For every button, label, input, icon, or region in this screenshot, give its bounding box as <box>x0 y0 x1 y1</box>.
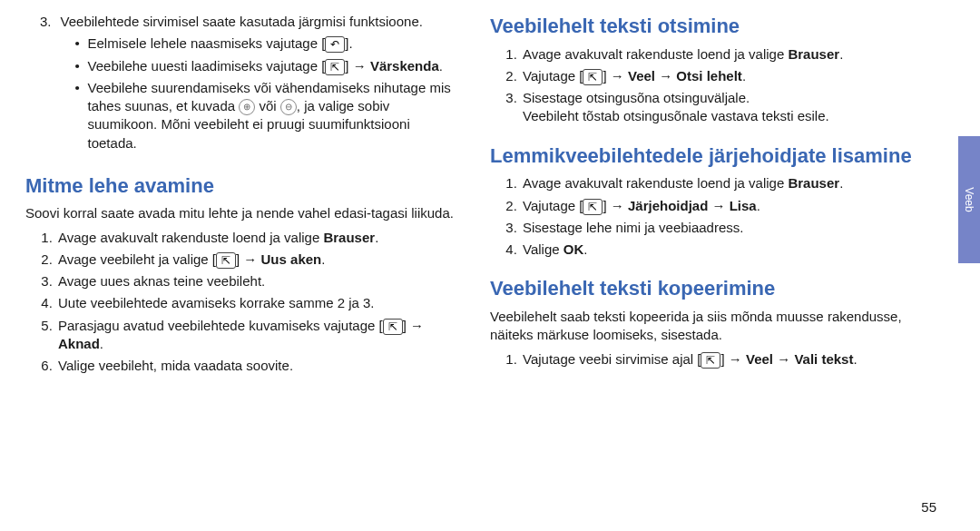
left-column: 3. Veebilehtede sirvimisel saate kasutad… <box>25 13 454 380</box>
step-number: 3. <box>40 13 52 156</box>
heading-search-text: Veebilehelt teksti otsimine <box>490 13 918 40</box>
open-step1: Avage avakuvalt rakenduste loend ja vali… <box>56 229 454 247</box>
side-tab-label: Veeb <box>963 187 975 211</box>
menu-icon: ⇱ <box>701 352 720 369</box>
open-step3: Avage uues aknas teine veebileht. <box>56 272 454 290</box>
copy-step1: Vajutage veebi sirvimise ajal [⇱] → Veel… <box>521 350 918 369</box>
open-step4: Uute veebilehtede avamiseks korrake samm… <box>56 294 454 312</box>
bookmark-step3: Sisestage lehe nimi ja veebiaadress. <box>521 219 918 237</box>
open-step2: Avage veebileht ja valige [⇱] → Uus aken… <box>56 251 454 269</box>
menu-icon: ⇱ <box>583 69 603 85</box>
zoom-out-icon: ⊖ <box>280 99 297 115</box>
bookmark-step2: Vajutage [⇱] → Järjehoidjad → Lisa. <box>521 197 918 215</box>
side-tab: Veeb <box>958 136 980 263</box>
open-step6: Valige veebileht, mida vaadata soovite. <box>56 357 454 375</box>
menu-icon: ⇱ <box>383 319 403 335</box>
page-number: 55 <box>921 499 936 515</box>
open-multiple-intro: Soovi korral saate avada mitu lehte ja n… <box>25 204 454 222</box>
bullet-refresh: Veebilehe uuesti laadimiseks vajutage [⇱… <box>88 57 454 75</box>
menu-icon: ⇱ <box>325 59 345 75</box>
open-step5: Parasjagu avatud veebilehtede kuvamiseks… <box>56 317 454 354</box>
search-step1: Avage avakuvalt rakenduste loend ja vali… <box>521 45 918 64</box>
menu-icon: ⇱ <box>583 199 603 215</box>
back-icon: ↶ <box>325 36 345 53</box>
heading-open-multiple: Mitme lehe avamine <box>25 172 454 200</box>
right-column: Veebilehelt teksti otsimine Avage avakuv… <box>490 13 918 380</box>
bullet-zoom: Veebilehe suurendamiseks või vähendamise… <box>88 79 454 152</box>
search-step2: Vajutage [⇱] → Veel → Otsi lehelt. <box>521 67 918 85</box>
copy-intro: Veebilehelt saab teksti kopeerida ja sii… <box>490 308 918 345</box>
search-step3: Sisestage otsingusõna otsinguväljale. Ve… <box>521 89 918 126</box>
step3-intro: Veebilehtede sirvimisel saate kasutada j… <box>61 14 423 29</box>
bullet-back: Eelmisele lehele naasmiseks vajutage [↶]… <box>88 34 454 53</box>
heading-copy-text: Veebilehelt teksti kopeerimine <box>490 275 918 302</box>
heading-bookmarks: Lemmikveebilehtedele järjehoidjate lisam… <box>490 143 918 170</box>
menu-icon: ⇱ <box>216 252 236 269</box>
bookmark-step1: Avage avakuvalt rakenduste loend ja vali… <box>521 174 918 192</box>
bookmark-step4: Valige OK. <box>521 241 918 259</box>
zoom-in-icon: ⊕ <box>239 99 255 115</box>
